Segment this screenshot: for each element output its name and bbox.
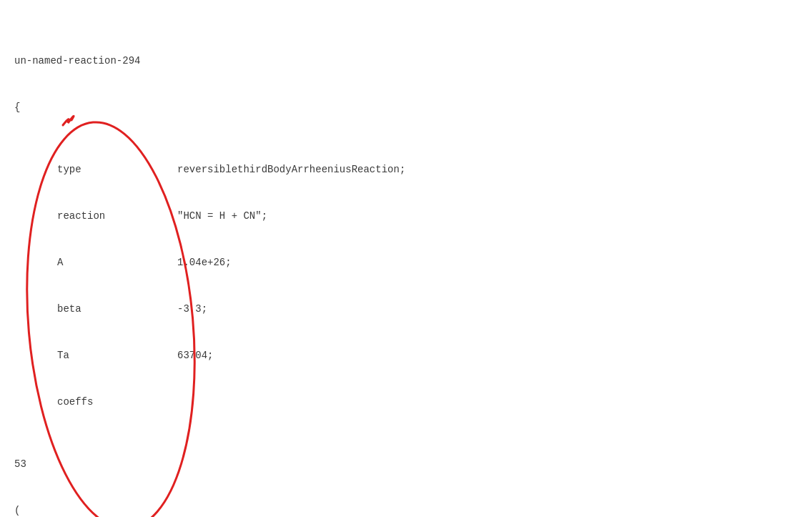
coeffs-number: 53 [14, 457, 798, 473]
field-reaction: reaction "HCN = H + CN"; [14, 209, 798, 225]
field-A: A 1.04e+26; [14, 255, 798, 271]
field-Ta: Ta 63704; [14, 348, 798, 364]
open-brace-line: { [14, 100, 798, 116]
field-type: type reversiblethirdBodyArrheeniusReacti… [14, 162, 798, 178]
reaction-name-line: un-named-reaction-294 [14, 54, 798, 69]
code-block: un-named-reaction-294 { type reversiblet… [0, 0, 812, 517]
coeffs-open: ( [14, 503, 798, 517]
field-beta: beta -3.3; [14, 302, 798, 317]
field-coeffs: coeffs [14, 395, 798, 410]
